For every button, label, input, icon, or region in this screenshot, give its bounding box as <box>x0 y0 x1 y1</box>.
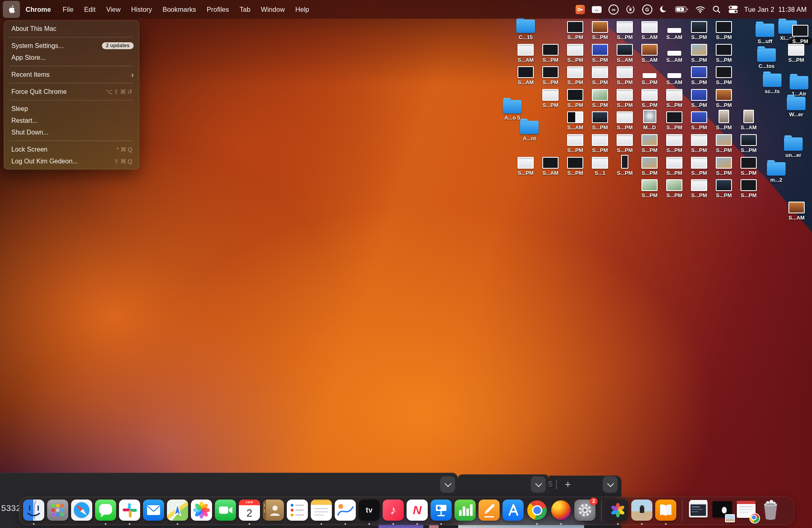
dock-freeform[interactable] <box>335 500 356 521</box>
dock-colorwheel[interactable] <box>607 500 628 521</box>
dock-contacts[interactable] <box>263 500 284 521</box>
dock-safari[interactable] <box>71 500 92 521</box>
desktop-icon-screenshot[interactable]: S...PM <box>726 176 771 199</box>
dock-pages[interactable] <box>479 500 500 521</box>
menubar-menu-window[interactable]: Window <box>256 6 290 13</box>
running-indicator-dot <box>129 523 130 525</box>
dock-photoapp[interactable] <box>631 500 652 521</box>
dock-appstore[interactable] <box>502 500 524 521</box>
apple-menu-item-force-quit-chrome[interactable]: Force Quit Chrome⌥⇧⌘↺ <box>4 86 139 98</box>
desktop-icon-screenshot[interactable]: S...PM <box>702 17 746 41</box>
dock-launchpad[interactable] <box>47 500 68 521</box>
menubar-menu-tab[interactable]: Tab <box>234 6 256 13</box>
appstore-icon <box>502 500 524 521</box>
app-menus: FileEditViewHistoryBookmarksProfilesTabW… <box>57 6 314 13</box>
desktop-icon-screenshot[interactable]: S...AM <box>774 198 812 221</box>
colorwheel-icon <box>607 500 628 521</box>
desktop-icon-folder[interactable]: 1...Air <box>777 74 812 97</box>
menubar-menu-help[interactable]: Help <box>290 6 314 13</box>
dock-minwin-dark[interactable] <box>712 500 733 521</box>
onepassword-icon[interactable] <box>576 4 585 14</box>
apple-menu-item-recent-items[interactable]: Recent Items› <box>4 69 139 80</box>
folder-icon <box>503 100 522 113</box>
apple-menu-item-sleep[interactable]: Sleep <box>4 103 139 115</box>
dock-trash[interactable] <box>760 500 781 521</box>
desktop-icon-screenshot[interactable]: S...AM <box>726 108 771 131</box>
apple-menu-item-shut-down[interactable]: Shut Down... <box>4 126 139 138</box>
desktop-icon-screenshot[interactable]: S...PM <box>702 63 746 86</box>
battery-charging-icon[interactable] <box>675 4 689 14</box>
dock-mail[interactable] <box>143 500 164 521</box>
dock-numbers[interactable] <box>455 500 476 521</box>
menubar-menu-edit[interactable]: Edit <box>79 6 101 13</box>
chevron-down-icon <box>445 480 452 487</box>
running-indicator-dot <box>617 523 619 525</box>
menu-bar-clock[interactable]: Tue Jan 2 11:38 AM <box>744 6 807 13</box>
desktop-icon-folder[interactable]: un...er <box>771 135 812 159</box>
dock-finder[interactable] <box>23 500 44 521</box>
dock-notes[interactable] <box>311 500 332 521</box>
apple-menu-item-system-settings[interactable]: System Settings...2 updates <box>4 40 139 52</box>
trash-icon <box>760 500 781 521</box>
dock-keynote[interactable] <box>431 500 452 521</box>
desktop-icon-folder[interactable]: C...tos <box>744 46 789 70</box>
dock-messages[interactable] <box>95 500 116 521</box>
desktop-icon-screenshot[interactable]: S...PM <box>702 40 746 63</box>
focus-moon-icon[interactable] <box>659 4 668 14</box>
dock-minwin-web[interactable] <box>736 500 757 521</box>
apple-menu-item-log-out-kim-gedeon[interactable]: Log Out Kim Gedeon...⇧⌘Q <box>4 155 139 167</box>
updates-badge: 2 updates <box>102 42 134 49</box>
apple-menu-item-app-store[interactable]: App Store... <box>4 52 139 63</box>
dock-music[interactable]: ♪ <box>383 500 404 521</box>
menubar-menu-bookmarks[interactable]: Bookmarks <box>157 6 201 13</box>
menu-item-label: App Store... <box>11 54 134 61</box>
desktop-icon-folder[interactable]: C...15 <box>503 17 548 41</box>
minwin-files-icon <box>688 500 709 521</box>
tab-dropdown-button[interactable] <box>440 476 455 493</box>
dock-tv[interactable]: tv <box>359 500 380 521</box>
desktop-icon-folder[interactable]: W...er <box>774 95 812 118</box>
dock-maps[interactable] <box>167 500 188 521</box>
dock-chrome[interactable] <box>526 500 548 521</box>
apple-menu-item-restart[interactable]: Restart... <box>4 115 139 126</box>
apple-menu-item-about-this-mac[interactable]: About This Mac <box>4 23 139 35</box>
dock-news[interactable]: N <box>407 500 428 521</box>
menu-divider <box>9 141 134 141</box>
menubar-menu-view[interactable]: View <box>101 6 126 13</box>
mail-icon <box>143 500 164 521</box>
dock-facetime[interactable] <box>215 500 236 521</box>
running-indicator-dot <box>641 523 643 525</box>
new-tab-button[interactable]: + <box>562 477 574 491</box>
active-app-name[interactable]: Chrome <box>20 6 57 13</box>
grammarly-icon[interactable]: G <box>642 4 652 14</box>
desktop-icon-folder[interactable]: A...nt <box>507 119 552 142</box>
apple-menu-item-lock-screen[interactable]: Lock Screen^⌘Q <box>4 143 139 155</box>
icon-art <box>702 85 746 101</box>
privacy-lock-icon[interactable] <box>626 4 635 14</box>
teamviewer-icon[interactable]: ↔ <box>592 4 602 14</box>
dock-slack[interactable] <box>119 500 140 521</box>
dock-calendar[interactable]: JAN2 <box>239 500 260 521</box>
dock-reminders[interactable] <box>287 500 308 521</box>
tab-dropdown-button[interactable] <box>531 476 546 493</box>
menubar-menu-history[interactable]: History <box>126 6 157 13</box>
tab-list-button[interactable] <box>603 476 617 493</box>
pages-icon <box>479 500 500 521</box>
desktop-icon-folder[interactable]: A...o 5 <box>490 98 535 121</box>
dock-settings[interactable]: 2 <box>574 500 595 521</box>
desktop-icon-screenshot[interactable]: S...PM <box>726 130 771 154</box>
icon-label: S...AM <box>741 124 757 130</box>
adobe-creative-cloud-icon[interactable]: ∞ <box>608 4 619 14</box>
control-center-icon[interactable] <box>728 4 738 14</box>
menubar-menu-file[interactable]: File <box>57 6 79 13</box>
wifi-icon[interactable] <box>695 4 705 14</box>
spotlight-search-icon[interactable] <box>712 4 721 14</box>
desktop-icon-screenshot[interactable]: S...PM <box>702 85 746 109</box>
menu-item-label: Log Out Kim Gedeon... <box>11 158 114 165</box>
dock-photos[interactable] <box>191 500 212 521</box>
dock-books[interactable] <box>655 500 676 521</box>
dock-minwin-files[interactable] <box>688 500 709 521</box>
dock-firefox[interactable] <box>550 500 572 521</box>
apple-menu-button[interactable] <box>3 1 20 18</box>
menubar-menu-profiles[interactable]: Profiles <box>201 6 234 13</box>
